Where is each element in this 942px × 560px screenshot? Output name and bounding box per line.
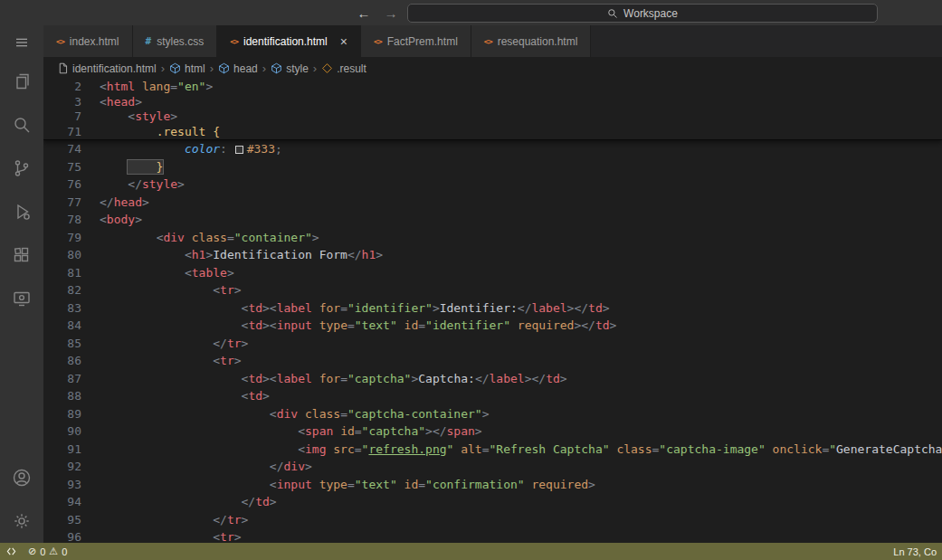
cursor-position[interactable]: Ln 73, Co bbox=[888, 543, 942, 560]
tab-resequation.html[interactable]: <>resequation.html bbox=[471, 25, 592, 57]
code-text: color: #333; bbox=[100, 140, 282, 158]
source-control-icon[interactable] bbox=[0, 147, 43, 190]
code-text: <td><input type="text" id="identifier" r… bbox=[100, 317, 616, 335]
code-line[interactable]: 81 <table> bbox=[43, 264, 942, 282]
line-number: 2 bbox=[43, 80, 81, 95]
breadcrumb-item-identification.html[interactable]: identification.html bbox=[57, 62, 157, 75]
color-swatch[interactable] bbox=[235, 146, 243, 154]
breadcrumb-item-head[interactable]: head bbox=[218, 62, 258, 75]
code-line[interactable]: 76 </style> bbox=[43, 176, 942, 194]
breadcrumb-label: head bbox=[233, 62, 258, 75]
code-line[interactable]: 94 </td> bbox=[43, 493, 942, 511]
code-line[interactable]: 75 } bbox=[43, 158, 942, 176]
tab-styles.css[interactable]: #styles.css bbox=[133, 25, 218, 57]
breadcrumb-item-style[interactable]: style bbox=[271, 62, 309, 75]
code-line[interactable]: 93 <input type="text" id="confirmation" … bbox=[43, 476, 942, 494]
code-text: <table> bbox=[100, 264, 234, 282]
command-center-search[interactable]: Workspace bbox=[407, 4, 878, 23]
line-number: 91 bbox=[43, 441, 81, 459]
code-text: <tr> bbox=[100, 528, 242, 543]
code-line[interactable]: 95 </tr> bbox=[43, 511, 942, 529]
line-number: 81 bbox=[43, 264, 81, 282]
css-file-icon: # bbox=[146, 35, 152, 47]
line-number: 84 bbox=[43, 317, 81, 335]
tab-index.html[interactable]: <>index.html bbox=[43, 25, 133, 57]
extensions-icon[interactable] bbox=[0, 233, 43, 277]
remote-indicator[interactable] bbox=[0, 543, 23, 560]
settings-gear-icon[interactable] bbox=[0, 499, 43, 543]
line-number: 77 bbox=[43, 194, 81, 212]
html-file-icon: <> bbox=[56, 37, 64, 46]
code-text: <tr> bbox=[100, 281, 242, 299]
code-line[interactable]: 90 <span id="captcha"></span> bbox=[43, 422, 942, 441]
warning-count: 0 bbox=[62, 546, 67, 557]
tab-identification.html[interactable]: <>identification.html× bbox=[217, 25, 361, 57]
code-line[interactable]: 77</head> bbox=[43, 194, 942, 212]
code-line[interactable]: 80 <h1>Identification Form</h1> bbox=[43, 246, 942, 264]
code-line[interactable]: 89 <div class="captcha-container"> bbox=[43, 405, 942, 423]
code-text: <body> bbox=[100, 211, 142, 229]
line-number: 74 bbox=[43, 140, 81, 158]
code-line[interactable]: 71 .result { bbox=[43, 125, 942, 140]
tab-label: FactPrem.html bbox=[387, 35, 458, 48]
code-line[interactable]: 84 <td><input type="text" id="identifier… bbox=[43, 317, 942, 335]
code-line[interactable]: 2<html lang="en"> bbox=[43, 80, 942, 95]
html-file-icon: <> bbox=[230, 37, 238, 46]
code-line[interactable]: 92 </div> bbox=[43, 458, 942, 476]
line-number: 86 bbox=[43, 352, 81, 370]
code-line[interactable]: 85 </tr> bbox=[43, 335, 942, 353]
activity-bar-spacer bbox=[0, 320, 43, 456]
explorer-icon[interactable] bbox=[0, 60, 43, 103]
code-area[interactable]: 74 color: #333;75 }76 </style>77</head>7… bbox=[43, 140, 942, 543]
line-number: 83 bbox=[43, 299, 81, 318]
code-line[interactable]: 83 <td><label for="identifier">Identifie… bbox=[43, 299, 942, 318]
html-file-icon: <> bbox=[374, 37, 382, 46]
line-number: 89 bbox=[43, 405, 81, 423]
breadcrumb-label: identification.html bbox=[72, 62, 157, 75]
code-line[interactable]: 96 <tr> bbox=[43, 528, 942, 543]
tab-FactPrem.html[interactable]: <>FactPrem.html bbox=[361, 25, 471, 57]
chevron-right-icon: › bbox=[313, 62, 317, 75]
code-text: <td><label for="captcha">Captcha:</label… bbox=[100, 370, 567, 388]
code-line[interactable]: 91 <img src="refresh.png" alt="Refresh C… bbox=[43, 441, 942, 459]
code-line[interactable]: 82 <tr> bbox=[43, 281, 942, 299]
title-bar: ← → Workspace bbox=[0, 0, 942, 25]
code-line[interactable]: 88 <td> bbox=[43, 387, 942, 405]
nav-forward-icon[interactable]: → bbox=[380, 3, 402, 23]
close-icon[interactable]: × bbox=[340, 35, 347, 48]
tab-bar: <>index.html#styles.css<>identification.… bbox=[43, 25, 942, 57]
line-number: 71 bbox=[43, 125, 81, 140]
code-line[interactable]: 7 <style> bbox=[43, 109, 942, 125]
code-text: <style> bbox=[100, 109, 177, 125]
account-icon[interactable] bbox=[0, 456, 43, 499]
class-icon bbox=[321, 62, 333, 74]
breadcrumb-item-html[interactable]: html bbox=[169, 62, 205, 75]
search-view-icon[interactable] bbox=[0, 103, 43, 147]
editor[interactable]: 2<html lang="en">3<head>7 <style>71 .res… bbox=[43, 80, 942, 543]
line-number: 78 bbox=[43, 211, 81, 229]
line-number: 82 bbox=[43, 281, 81, 299]
menu-icon[interactable] bbox=[0, 25, 43, 60]
remote-explorer-icon[interactable] bbox=[0, 277, 43, 320]
code-text: <head> bbox=[100, 95, 142, 110]
breadcrumb-item-.result[interactable]: .result bbox=[321, 62, 366, 75]
code-line[interactable]: 78<body> bbox=[43, 211, 942, 229]
search-icon bbox=[607, 8, 618, 19]
code-line[interactable]: 79 <div class="container"> bbox=[43, 229, 942, 247]
workspace-search-label: Workspace bbox=[623, 7, 678, 20]
code-text: } bbox=[100, 158, 163, 176]
code-text: <html lang="en"> bbox=[100, 80, 213, 95]
run-and-debug-icon[interactable] bbox=[0, 190, 43, 233]
chevron-right-icon: › bbox=[262, 62, 266, 75]
problems-indicator[interactable]: ⊘ 0 ⚠ 0 bbox=[23, 543, 72, 560]
code-line[interactable]: 3<head> bbox=[43, 95, 942, 110]
line-number: 85 bbox=[43, 335, 81, 353]
code-line[interactable]: 86 <tr> bbox=[43, 352, 942, 370]
code-line[interactable]: 87 <td><label for="captcha">Captcha:</la… bbox=[43, 370, 942, 388]
code-line[interactable]: 74 color: #333; bbox=[43, 140, 942, 158]
line-number: 3 bbox=[43, 95, 81, 110]
breadcrumb-label: style bbox=[286, 62, 309, 75]
nav-back-icon[interactable]: ← bbox=[353, 3, 375, 23]
code-text: <tr> bbox=[100, 352, 242, 370]
breadcrumb-label: .result bbox=[337, 62, 366, 75]
